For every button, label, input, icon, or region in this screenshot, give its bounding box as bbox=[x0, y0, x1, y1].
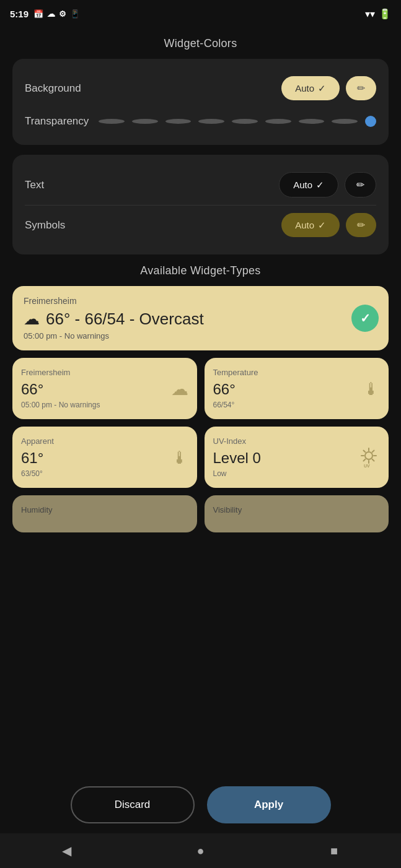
widget-apparent-card[interactable]: Apparent 61° 63/50° 🌡 bbox=[12, 427, 197, 488]
transparency-row: Transparency bbox=[25, 105, 376, 132]
check-mark-icon: ✓ bbox=[360, 311, 371, 326]
slider-dot-3 bbox=[165, 119, 192, 124]
background-buttons: Auto ✓ bbox=[281, 76, 376, 100]
status-time: 5:19 bbox=[10, 9, 29, 19]
symbols-edit-button[interactable] bbox=[346, 213, 376, 237]
uv-card-value: Level 0 bbox=[213, 449, 381, 467]
weather-temp-text: 66° - 66/54 - Overcast bbox=[46, 310, 204, 329]
weather-cloud-icon: ☁ bbox=[24, 310, 40, 329]
widget-uv-card[interactable]: UV-Index Level 0 Low UV bbox=[205, 427, 389, 488]
weather-full-card[interactable]: Freimersheim ☁ 66° - 66/54 - Overcast 05… bbox=[12, 286, 389, 350]
nav-bar: ◀ ● ■ bbox=[0, 833, 401, 868]
widget-visibility-card[interactable]: Visibility bbox=[205, 495, 389, 532]
bottom-bar: Discard Apply bbox=[0, 776, 401, 833]
main-content: Widget-Colors Background Auto ✓ Transpar… bbox=[0, 27, 401, 550]
status-right-icons: ▾▾ 🔋 bbox=[365, 8, 391, 20]
widget-colors-title: Widget-Colors bbox=[12, 37, 389, 50]
back-button[interactable]: ◀ bbox=[48, 838, 86, 863]
recents-button[interactable]: ■ bbox=[315, 838, 353, 863]
text-auto-label: Auto bbox=[293, 180, 312, 190]
home-button[interactable]: ● bbox=[182, 838, 219, 863]
visibility-card-title: Visibility bbox=[213, 505, 381, 514]
widget-types-section: Available Widget-Types Freimersheim ☁ 66… bbox=[12, 264, 389, 532]
transparency-slider[interactable] bbox=[99, 116, 376, 127]
widget-types-title: Available Widget-Types bbox=[12, 264, 389, 277]
svg-point-0 bbox=[365, 452, 372, 459]
slider-dot-1 bbox=[99, 119, 125, 124]
symbols-pencil-icon bbox=[357, 219, 365, 231]
apparent-thermo-icon: 🌡 bbox=[171, 447, 188, 467]
freimersheim-cloud-icon: ☁ bbox=[171, 378, 188, 399]
widget-freimersheim-card[interactable]: Freimersheim 66° 05:00 pm - No warnings … bbox=[12, 358, 197, 419]
freimersheim-card-sub: 05:00 pm - No warnings bbox=[21, 401, 188, 409]
background-edit-button[interactable] bbox=[346, 76, 376, 100]
text-edit-button[interactable] bbox=[345, 172, 376, 197]
status-app-icons: 📅 ☁ ⚙ 📱 bbox=[33, 9, 80, 19]
widget-temperature-card[interactable]: Temperature 66° 66/54° 🌡 bbox=[205, 358, 389, 419]
text-pencil-icon bbox=[356, 179, 364, 191]
wifi-icon: ▾▾ bbox=[365, 8, 375, 20]
widget-grid-row2: Apparent 61° 63/50° 🌡 UV-Index Level 0 L… bbox=[12, 427, 389, 488]
humidity-card-title: Humidity bbox=[21, 505, 188, 514]
freimersheim-card-title: Freimersheim bbox=[21, 368, 188, 377]
slider-dot-2 bbox=[132, 119, 158, 124]
svg-line-7 bbox=[372, 450, 374, 452]
text-check-icon: ✓ bbox=[316, 180, 324, 191]
symbols-auto-label: Auto bbox=[295, 220, 314, 230]
text-label: Text bbox=[25, 179, 44, 191]
text-auto-button[interactable]: Auto ✓ bbox=[279, 172, 338, 197]
slider-dot-active bbox=[365, 116, 376, 127]
temperature-card-value: 66° bbox=[213, 381, 381, 398]
background-label: Background bbox=[25, 82, 81, 95]
background-check-icon: ✓ bbox=[318, 83, 326, 94]
svg-line-6 bbox=[372, 459, 374, 461]
calendar-icon: 📅 bbox=[33, 9, 43, 19]
phone-icon: 📱 bbox=[70, 9, 80, 19]
status-bar: 5:19 📅 ☁ ⚙ 📱 ▾▾ 🔋 bbox=[0, 0, 401, 27]
widget-grid-row3: Humidity Visibility bbox=[12, 495, 389, 532]
background-pencil-icon bbox=[357, 82, 365, 94]
battery-icon: 🔋 bbox=[379, 8, 391, 20]
uv-card-title: UV-Index bbox=[213, 436, 381, 446]
divider bbox=[25, 205, 376, 206]
background-auto-label: Auto bbox=[295, 83, 314, 93]
text-row: Text Auto ✓ bbox=[25, 167, 376, 202]
widget-grid-row1: Freimersheim 66° 05:00 pm - No warnings … bbox=[12, 358, 389, 419]
freimersheim-card-value: 66° bbox=[21, 381, 188, 398]
weather-main-info: ☁ 66° - 66/54 - Overcast bbox=[24, 310, 377, 329]
text-symbols-card: Text Auto ✓ Symbols Auto ✓ bbox=[12, 155, 389, 254]
gear-status-icon: ⚙ bbox=[59, 9, 66, 19]
uv-card-sub: Low bbox=[213, 469, 381, 478]
symbols-check-icon: ✓ bbox=[318, 220, 326, 231]
svg-line-8 bbox=[364, 459, 366, 461]
symbols-label: Symbols bbox=[25, 219, 65, 232]
temperature-card-sub: 66/54° bbox=[213, 401, 381, 409]
slider-dot-5 bbox=[232, 119, 258, 124]
background-row: Background Auto ✓ bbox=[25, 71, 376, 105]
slider-dots bbox=[99, 116, 376, 127]
symbols-buttons: Auto ✓ bbox=[281, 213, 376, 237]
slider-dot-4 bbox=[198, 119, 224, 124]
transparency-label: Transparency bbox=[25, 115, 89, 128]
discard-button[interactable]: Discard bbox=[71, 786, 195, 823]
widget-humidity-card[interactable]: Humidity bbox=[12, 495, 197, 532]
uv-sun-icon: UV bbox=[358, 446, 380, 469]
temperature-thermo-icon: 🌡 bbox=[363, 378, 380, 399]
background-auto-button[interactable]: Auto ✓ bbox=[281, 76, 340, 100]
weather-time-warnings: 05:00 pm - No warnings bbox=[24, 331, 377, 341]
svg-line-5 bbox=[364, 450, 366, 452]
slider-dot-8 bbox=[332, 119, 358, 124]
symbols-auto-button[interactable]: Auto ✓ bbox=[281, 213, 340, 237]
weather-city: Freimersheim bbox=[24, 296, 377, 306]
slider-dot-6 bbox=[265, 119, 291, 124]
svg-text:UV: UV bbox=[364, 464, 370, 468]
apparent-card-sub: 63/50° bbox=[21, 469, 188, 478]
cloud-status-icon: ☁ bbox=[47, 9, 55, 19]
apply-button[interactable]: Apply bbox=[207, 786, 331, 823]
selected-badge: ✓ bbox=[351, 305, 379, 332]
background-card: Background Auto ✓ Transparency bbox=[12, 59, 389, 145]
slider-dot-7 bbox=[299, 119, 325, 124]
text-buttons: Auto ✓ bbox=[279, 172, 376, 197]
apparent-card-value: 61° bbox=[21, 449, 188, 467]
apparent-card-title: Apparent bbox=[21, 436, 188, 446]
